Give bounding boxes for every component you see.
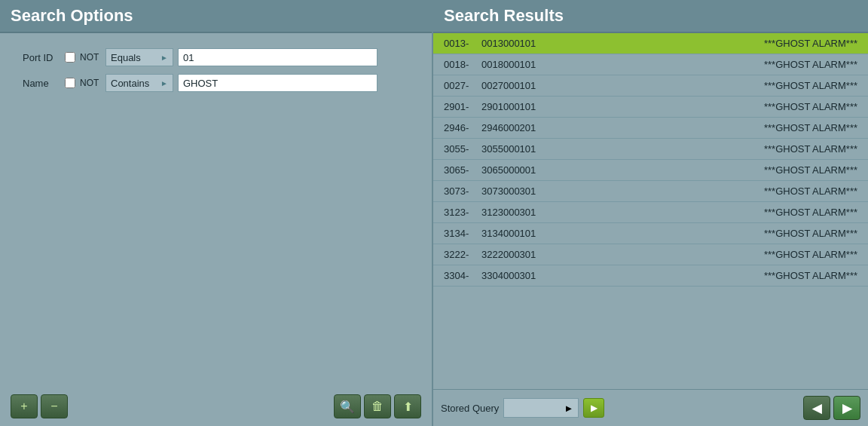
name-not-label: NOT xyxy=(80,78,101,88)
result-name: ***GHOST ALARM*** xyxy=(737,101,857,112)
result-name: ***GHOST ALARM*** xyxy=(737,143,857,155)
upload-icon: ⬆ xyxy=(403,400,413,414)
result-name: ***GHOST ALARM*** xyxy=(737,59,857,70)
result-code: 2901000101 xyxy=(481,101,737,112)
portid-not-checkbox[interactable] xyxy=(65,52,75,63)
result-name: ***GHOST ALARM*** xyxy=(737,122,857,133)
name-condition-dropdown[interactable]: Contains ► xyxy=(105,74,173,92)
result-id: 2901- xyxy=(444,101,481,112)
search-icon: 🔍 xyxy=(340,400,355,414)
table-row[interactable]: 3055-3055000101***GHOST ALARM*** xyxy=(433,139,868,160)
stored-query-label: Stored Query xyxy=(441,403,499,414)
result-id: 3073- xyxy=(444,185,481,197)
minus-icon: − xyxy=(50,400,57,413)
export-button[interactable]: ⬆ xyxy=(394,394,421,418)
result-name: ***GHOST ALARM*** xyxy=(737,80,857,91)
search-results-header: Search Results xyxy=(433,0,868,33)
table-row[interactable]: 3304-3304000301***GHOST ALARM*** xyxy=(433,265,868,287)
result-code: 3134000101 xyxy=(481,228,737,239)
table-row[interactable]: 3073-3073000301***GHOST ALARM*** xyxy=(433,181,868,202)
result-id: 3055- xyxy=(444,143,481,155)
search-button[interactable]: 🔍 xyxy=(334,394,361,418)
result-code: 3065000001 xyxy=(481,164,737,176)
result-code: 3073000301 xyxy=(481,185,737,197)
portid-value-input[interactable] xyxy=(178,48,377,66)
table-row[interactable]: 3134-3134000101***GHOST ALARM*** xyxy=(433,223,868,244)
result-name: ***GHOST ALARM*** xyxy=(737,228,857,239)
remove-filter-button[interactable]: − xyxy=(41,394,68,418)
result-code: 0013000101 xyxy=(481,38,737,49)
result-code: 3055000101 xyxy=(481,143,737,155)
table-row[interactable]: 3222-3222000301***GHOST ALARM*** xyxy=(433,244,868,265)
result-id: 0013- xyxy=(444,38,481,49)
next-button[interactable]: ▶ xyxy=(833,396,860,420)
results-scroll-area[interactable]: 0013-0013000101***GHOST ALARM***0018-001… xyxy=(433,33,868,389)
left-btn-group: + − xyxy=(11,394,68,418)
trash-icon: 🗑 xyxy=(371,400,384,413)
portid-not-label: NOT xyxy=(80,52,101,63)
portid-condition-dropdown[interactable]: Equals ► xyxy=(105,48,173,66)
name-not-checkbox[interactable] xyxy=(65,78,75,88)
table-row[interactable]: 2946-2946000201***GHOST ALARM*** xyxy=(433,118,868,139)
result-code: 3123000301 xyxy=(481,207,737,218)
result-name: ***GHOST ALARM*** xyxy=(737,270,857,281)
result-id: 0027- xyxy=(444,80,481,91)
table-row[interactable]: 3065-3065000001***GHOST ALARM*** xyxy=(433,160,868,181)
result-name: ***GHOST ALARM*** xyxy=(737,164,857,176)
search-results-title: Search Results xyxy=(444,6,564,25)
result-code: 0018000101 xyxy=(481,59,737,70)
portid-condition-value: Equals xyxy=(111,52,141,63)
search-options-title: Search Options xyxy=(11,6,133,25)
search-options-header: Search Options xyxy=(0,0,432,33)
search-options-body: Port ID NOT Equals ► Name NOT Contains ► xyxy=(0,33,432,387)
table-row[interactable]: 3123-3123000301***GHOST ALARM*** xyxy=(433,202,868,223)
stored-query-section: Stored Query ► ▶ xyxy=(441,398,604,418)
result-name: ***GHOST ALARM*** xyxy=(737,38,857,49)
table-row[interactable]: 0018-0018000101***GHOST ALARM*** xyxy=(433,54,868,75)
left-panel: Search Options Port ID NOT Equals ► Name… xyxy=(0,0,433,426)
add-filter-button[interactable]: + xyxy=(11,394,38,418)
result-code: 3304000301 xyxy=(481,270,737,281)
table-row[interactable]: 2901-2901000101***GHOST ALARM*** xyxy=(433,97,868,118)
filter-row-portid: Port ID NOT Equals ► xyxy=(23,48,409,66)
portid-dropdown-arrow: ► xyxy=(160,54,168,62)
name-condition-value: Contains xyxy=(111,78,149,89)
name-dropdown-arrow: ► xyxy=(160,79,168,87)
name-label: Name xyxy=(23,78,60,89)
right-btn-group: 🔍 🗑 ⬆ xyxy=(334,394,421,418)
result-code: 3222000301 xyxy=(481,249,737,260)
nav-btn-group: ◀ ▶ xyxy=(803,396,860,420)
table-row[interactable]: 0013-0013000101***GHOST ALARM*** xyxy=(433,33,868,54)
name-value-input[interactable] xyxy=(178,74,377,92)
stored-query-arrow: ► xyxy=(564,403,573,414)
clear-button[interactable]: 🗑 xyxy=(364,394,391,418)
plus-icon: + xyxy=(20,400,27,413)
result-name: ***GHOST ALARM*** xyxy=(737,185,857,197)
result-id: 3134- xyxy=(444,228,481,239)
next-icon: ▶ xyxy=(842,401,851,415)
left-toolbar: + − 🔍 🗑 ⬆ xyxy=(0,387,432,426)
stored-query-play-button[interactable]: ▶ xyxy=(583,398,604,418)
table-row[interactable]: 0027-0027000101***GHOST ALARM*** xyxy=(433,75,868,97)
stored-query-dropdown[interactable]: ► xyxy=(503,398,579,418)
result-code: 0027000101 xyxy=(481,80,737,91)
result-id: 3123- xyxy=(444,207,481,218)
result-code: 2946000201 xyxy=(481,122,737,133)
results-list: 0013-0013000101***GHOST ALARM***0018-001… xyxy=(433,33,868,389)
filter-row-name: Name NOT Contains ► xyxy=(23,74,409,92)
result-name: ***GHOST ALARM*** xyxy=(737,249,857,260)
result-id: 2946- xyxy=(444,122,481,133)
prev-icon: ◀ xyxy=(812,401,821,415)
right-panel: Search Results 0013-0013000101***GHOST A… xyxy=(433,0,868,426)
result-id: 0018- xyxy=(444,59,481,70)
result-id: 3304- xyxy=(444,270,481,281)
results-footer: Stored Query ► ▶ ◀ ▶ xyxy=(433,389,868,426)
result-id: 3222- xyxy=(444,249,481,260)
prev-button[interactable]: ◀ xyxy=(803,396,830,420)
result-name: ***GHOST ALARM*** xyxy=(737,207,857,218)
play-icon: ▶ xyxy=(591,403,598,413)
portid-label: Port ID xyxy=(23,52,60,63)
result-id: 3065- xyxy=(444,164,481,176)
